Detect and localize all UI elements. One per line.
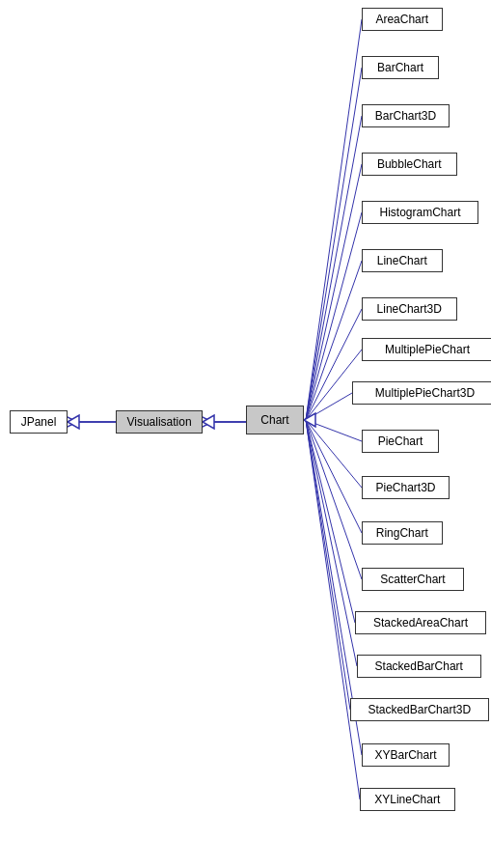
node-jpanel: JPanel [10,410,68,434]
svg-line-14 [306,420,362,488]
node-scatterchart: ScatterChart [362,568,464,591]
node-multiplepiechart: MultiplePieChart [362,338,491,361]
node-areachart: AreaChart [362,8,443,31]
node-xybarchart: XYBarChart [362,743,450,767]
node-piechart3d: PieChart3D [362,476,450,499]
node-multiplepiechart3d: MultiplePieChart3D [352,381,491,405]
svg-line-17 [306,420,355,623]
svg-line-19 [306,420,350,710]
svg-line-21 [306,420,360,799]
node-xylinechart: XYLineChart [360,788,455,811]
node-linechart3d: LineChart3D [362,297,457,321]
node-visualisation: Visualisation [116,410,203,434]
svg-line-16 [306,420,362,579]
svg-line-18 [306,420,357,666]
node-chart: Chart [246,406,304,434]
svg-line-4 [306,19,362,420]
node-barchart3d: BarChart3D [362,104,450,127]
svg-marker-25 [203,415,214,429]
svg-marker-23 [68,415,79,429]
svg-line-12 [306,393,352,420]
node-bubblechart: BubbleChart [362,153,457,176]
node-piechart: PieChart [362,430,439,453]
node-stackedareachart: StackedAreaChart [355,611,486,634]
svg-line-13 [306,420,362,441]
node-linechart: LineChart [362,249,443,272]
node-histogramchart: HistogramChart [362,201,478,224]
svg-line-15 [306,420,362,533]
node-stackedbarchart: StackedBarChart [357,655,481,678]
node-barchart: BarChart [362,56,439,79]
node-ringchart: RingChart [362,521,443,545]
diagram-container: JPanel Visualisation Chart AreaChartBarC… [0,0,491,868]
node-stackedbarchart3d: StackedBarChart3D [350,698,489,721]
svg-marker-22 [304,413,315,427]
svg-line-5 [306,68,362,420]
svg-line-6 [306,116,362,420]
